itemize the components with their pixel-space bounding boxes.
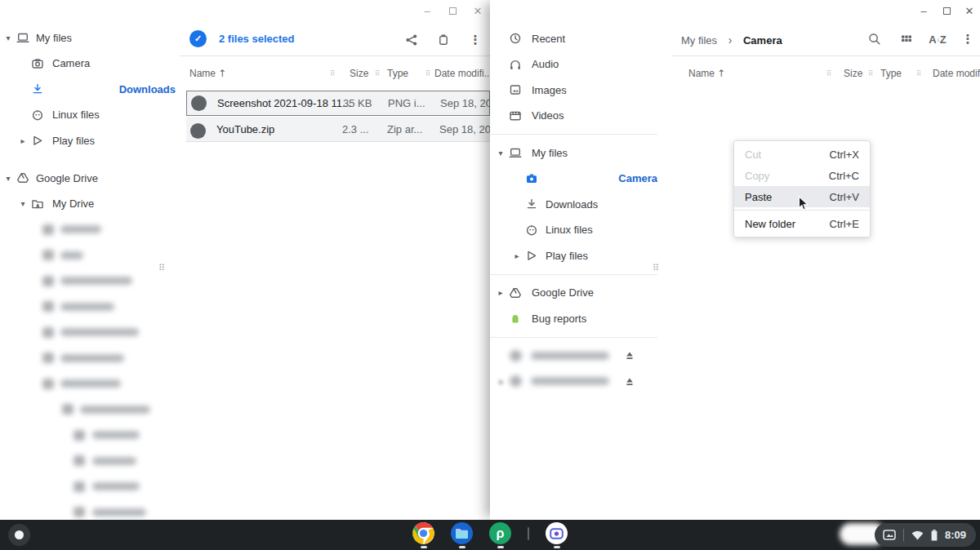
- table-row[interactable]: ✓ Screenshot 2021-09-18 11... 35 KB PNG …: [186, 91, 490, 116]
- search-icon[interactable]: [866, 30, 884, 48]
- redacted-folder-item[interactable]: [0, 320, 176, 346]
- maximize-icon[interactable]: [941, 5, 952, 16]
- sidebar-item-camera[interactable]: Camera: [490, 166, 657, 192]
- column-type[interactable]: Type: [880, 68, 902, 79]
- battery-icon: [931, 530, 938, 541]
- breadcrumb-parent[interactable]: My files: [681, 34, 717, 47]
- sort-ascending-icon[interactable]: ↑: [717, 68, 725, 79]
- column-resize-handle[interactable]: ⠿: [826, 69, 832, 78]
- chevron-right-icon[interactable]: ▸: [497, 288, 505, 297]
- column-size[interactable]: Size: [350, 68, 368, 79]
- chevron-right-icon[interactable]: ▸: [497, 377, 506, 386]
- redacted-folder-item[interactable]: [0, 242, 176, 268]
- column-header-row: Name ↑ ⠿ Size ⠿ Type ⠿ Date modifi...: [176, 56, 490, 91]
- more-menu-icon[interactable]: ⋮: [959, 30, 977, 48]
- sidebar-item-my-files[interactable]: ▾ My files: [0, 25, 176, 51]
- files-window-right: – ✕ Recent Audio Im: [490, 0, 980, 520]
- redacted-usb-device[interactable]: [490, 343, 657, 369]
- clock-label: 8:09: [945, 529, 966, 541]
- sidebar-resize-handle[interactable]: ⠿: [158, 263, 165, 273]
- close-icon[interactable]: ✕: [472, 5, 483, 16]
- sidebar-item-my-drive[interactable]: ▾ My Drive: [0, 191, 176, 217]
- sidebar-item-downloads[interactable]: Downloads: [490, 192, 657, 218]
- drive-folder-icon: [31, 197, 44, 211]
- column-resize-handle[interactable]: ⠿: [375, 69, 381, 78]
- sidebar-item-google-drive[interactable]: ▾ Google Drive: [0, 166, 176, 192]
- sidebar-item-audio[interactable]: Audio: [490, 51, 657, 78]
- close-icon[interactable]: ✕: [964, 5, 975, 16]
- row-check-icon[interactable]: ✓: [190, 123, 206, 139]
- selection-check-icon[interactable]: ✓: [189, 30, 207, 47]
- column-resize-handle[interactable]: ⠿: [330, 69, 336, 78]
- redacted-folder-item[interactable]: [0, 294, 176, 320]
- shelf-item-screen-capture[interactable]: [546, 522, 568, 548]
- breadcrumb-current[interactable]: Camera: [743, 34, 782, 47]
- chevron-right-icon[interactable]: ▸: [513, 251, 521, 260]
- shelf-item-chrome[interactable]: [412, 522, 434, 548]
- column-date[interactable]: Date modifi...: [434, 68, 490, 79]
- sidebar-item-images[interactable]: Images: [490, 78, 657, 104]
- laptop-icon: [16, 31, 29, 44]
- sidebar-resize-handle[interactable]: ⠿: [653, 263, 659, 273]
- trash-icon[interactable]: [434, 31, 452, 49]
- sidebar-item-google-drive[interactable]: ▸ Google Drive: [490, 280, 657, 306]
- redacted-folder-item[interactable]: [0, 499, 176, 520]
- sidebar-item-videos[interactable]: Videos: [490, 103, 657, 129]
- sidebar-item-camera[interactable]: Camera: [0, 51, 176, 77]
- linux-icon: [525, 224, 538, 237]
- more-menu-icon[interactable]: ⋮: [466, 31, 484, 49]
- sidebar-item-downloads[interactable]: Downloads: [0, 77, 176, 103]
- shelf-item-files[interactable]: [451, 522, 473, 548]
- running-indicator: [497, 546, 504, 548]
- sidebar-item-play-files[interactable]: ▸ Play files: [490, 243, 657, 269]
- row-check-icon[interactable]: ✓: [191, 95, 207, 111]
- eject-icon[interactable]: [624, 350, 637, 363]
- chevron-down-icon[interactable]: ▾: [4, 33, 12, 42]
- column-date[interactable]: Date modifi...: [933, 68, 980, 79]
- chevron-down-icon[interactable]: ▾: [4, 174, 12, 183]
- redacted-folder-item[interactable]: [0, 423, 176, 449]
- column-size[interactable]: Size: [844, 68, 862, 79]
- shelf-item-p-app[interactable]: ρ: [489, 522, 511, 548]
- column-resize-handle[interactable]: ⠿: [868, 69, 874, 78]
- minimize-icon[interactable]: –: [918, 5, 929, 16]
- maximize-icon[interactable]: [447, 5, 458, 16]
- minimize-icon[interactable]: –: [421, 5, 433, 16]
- redacted-folder-item[interactable]: [0, 474, 176, 500]
- column-type[interactable]: Type: [387, 68, 408, 79]
- files-window-left: – ✕ ▾ My files Camera: [0, 0, 490, 520]
- column-name[interactable]: Name: [189, 68, 216, 79]
- redacted-folder-item[interactable]: [0, 448, 176, 474]
- sidebar-item-bug-reports[interactable]: Bug reports: [490, 306, 657, 332]
- redacted-folder-item[interactable]: [0, 345, 176, 371]
- redacted-usb-device[interactable]: ▸: [490, 369, 657, 395]
- sidebar-item-recent[interactable]: Recent: [490, 26, 657, 52]
- menu-item-new-folder[interactable]: New folder Ctrl+E: [734, 213, 870, 234]
- right-sidebar: Recent Audio Images Videos: [490, 23, 657, 520]
- sort-ascending-icon[interactable]: ↑: [218, 68, 226, 79]
- screen-share-indicator-icon: [883, 530, 896, 540]
- sidebar-item-play-files[interactable]: ▸ Play files: [0, 128, 176, 154]
- running-indicator: [421, 546, 427, 548]
- status-tray[interactable]: 8:09: [875, 523, 976, 547]
- redacted-folder-item[interactable]: [0, 268, 176, 295]
- launcher-button[interactable]: [8, 524, 30, 546]
- eject-icon[interactable]: [624, 376, 637, 389]
- redacted-folder-item[interactable]: [0, 397, 176, 423]
- grid-view-icon[interactable]: [898, 30, 915, 48]
- column-resize-handle[interactable]: ⠿: [425, 69, 431, 78]
- share-icon[interactable]: [403, 31, 421, 49]
- chevron-down-icon[interactable]: ▾: [497, 149, 505, 157]
- sidebar-item-linux-files[interactable]: Linux files: [490, 217, 657, 243]
- redacted-folder-item[interactable]: [0, 371, 176, 397]
- column-header-row: Name ↑ ⠿ Size ⠿ Type ⠿ Date modifi...: [670, 56, 980, 91]
- column-resize-handle[interactable]: ⠿: [916, 69, 922, 78]
- sidebar-item-linux-files[interactable]: Linux files: [0, 102, 176, 128]
- chevron-right-icon[interactable]: ▸: [19, 136, 27, 145]
- sidebar-item-my-files[interactable]: ▾ My files: [490, 140, 657, 166]
- sort-az-icon[interactable]: A↓Z: [929, 30, 947, 48]
- chevron-down-icon[interactable]: ▾: [19, 199, 27, 208]
- column-name[interactable]: Name: [688, 68, 715, 79]
- table-row[interactable]: ✓ YouTube.zip 2.3 ... Zip ar... Sep 18, …: [186, 117, 490, 142]
- redacted-folder-item[interactable]: [0, 217, 176, 243]
